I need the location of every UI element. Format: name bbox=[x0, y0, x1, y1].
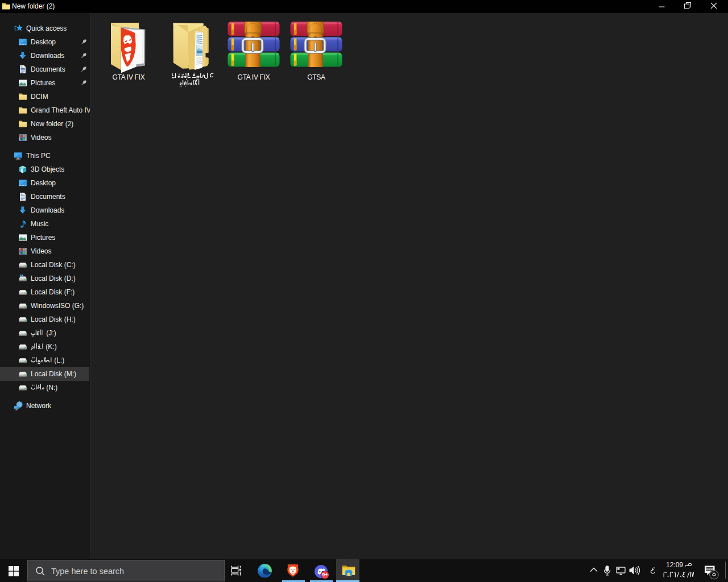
svg-text:9+: 9+ bbox=[322, 572, 328, 577]
